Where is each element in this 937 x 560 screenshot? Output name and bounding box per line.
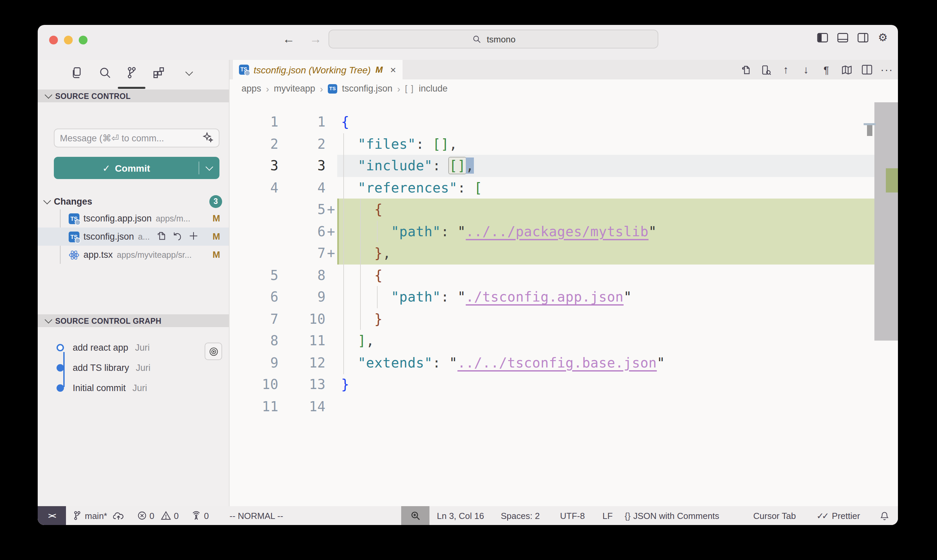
tab-title: tsconfig.json (Working Tree) bbox=[254, 64, 371, 75]
scrollbar-slider[interactable] bbox=[874, 102, 898, 341]
ports-status-item[interactable]: 0 bbox=[191, 506, 209, 525]
source-control-section-header[interactable]: SOURCE CONTROL bbox=[38, 89, 229, 102]
eol-item[interactable]: LF bbox=[602, 506, 612, 525]
toggle-whitespace-icon[interactable]: ¶ bbox=[820, 64, 832, 75]
changes-section-header[interactable]: Changes 3 bbox=[45, 194, 222, 209]
breadcrumb-include[interactable]: include bbox=[419, 83, 448, 94]
breadcrumb-tsconfig-json[interactable]: tsconfig.json bbox=[342, 83, 392, 94]
more-actions-icon[interactable]: ··· bbox=[881, 64, 892, 75]
old-line-number: 11 bbox=[229, 395, 278, 417]
nav-back-icon[interactable]: ← bbox=[283, 32, 295, 46]
new-line-number: 4 bbox=[278, 177, 326, 198]
new-line-number: 9 bbox=[278, 286, 326, 308]
code-line[interactable]: 1114 bbox=[229, 395, 898, 417]
indentation-item[interactable]: Spaces: 2 bbox=[501, 506, 540, 525]
cursor-tab-item[interactable]: Cursor Tab bbox=[753, 506, 796, 525]
source-control-graph-header[interactable]: SOURCE CONTROL GRAPH bbox=[38, 314, 229, 327]
code-text: }, bbox=[337, 242, 898, 264]
code-line[interactable]: 710 } bbox=[229, 308, 898, 330]
more-views-chevron-icon[interactable] bbox=[180, 64, 198, 82]
toggle-panel-icon[interactable] bbox=[837, 32, 848, 43]
code-text: ], bbox=[337, 330, 898, 352]
code-line[interactable]: 44 "references": [ bbox=[229, 177, 898, 198]
breadcrumb-apps[interactable]: apps bbox=[242, 83, 262, 94]
commit-button[interactable]: ✓ Commit bbox=[54, 157, 220, 179]
remote-indicator[interactable]: >< bbox=[38, 506, 66, 525]
code-line[interactable]: 33 "include": [], bbox=[229, 155, 898, 177]
commit-button-label: Commit bbox=[115, 163, 150, 173]
screenshot-stage: ← → tsmono ⚙ bbox=[0, 0, 937, 560]
encoding-item[interactable]: UTF-8 bbox=[560, 506, 585, 525]
code-line[interactable]: 811 ], bbox=[229, 330, 898, 352]
diff-editor[interactable]: 11{22 "files": [],33 "include": [],44 "r… bbox=[229, 98, 898, 506]
open-file-icon[interactable] bbox=[157, 231, 166, 243]
commit-dropdown-button[interactable] bbox=[199, 166, 220, 169]
breadcrumb-myviteapp[interactable]: myviteapp bbox=[274, 83, 315, 94]
git-modified-badge: M bbox=[213, 213, 220, 223]
tab-close-icon[interactable]: × bbox=[390, 64, 396, 75]
goto-current-history-item-button[interactable] bbox=[205, 343, 222, 360]
warnings-count: 0 bbox=[174, 511, 178, 521]
code-text: { bbox=[337, 111, 898, 133]
old-line-number bbox=[229, 242, 278, 264]
commit-row-add-ts-library[interactable]: add TS library Juri bbox=[38, 359, 229, 376]
diff-added-marker bbox=[326, 395, 337, 417]
code-line[interactable]: 69 "path": "./tsconfig.app.json" bbox=[229, 286, 898, 308]
code-line[interactable]: 1013} bbox=[229, 374, 898, 395]
split-editor-icon[interactable] bbox=[861, 64, 872, 75]
search-view-icon[interactable] bbox=[96, 64, 114, 82]
active-view-indicator bbox=[118, 87, 145, 89]
minimize-window-button[interactable] bbox=[64, 36, 73, 45]
formatter-item[interactable]: ✓✓ Prettier bbox=[817, 506, 860, 525]
language-label: JSON with Comments bbox=[633, 511, 719, 521]
code-line[interactable]: 11{ bbox=[229, 111, 898, 133]
extensions-icon[interactable] bbox=[150, 64, 168, 82]
toggle-primary-sidebar-icon[interactable] bbox=[817, 32, 828, 43]
code-line[interactable]: 7+ }, bbox=[229, 242, 898, 264]
toggle-secondary-sidebar-icon[interactable] bbox=[857, 32, 868, 43]
code-line[interactable]: 58 { bbox=[229, 264, 898, 286]
previous-change-icon[interactable]: ↑ bbox=[780, 64, 792, 75]
commit-row-initial-commit[interactable]: Initial commit Juri bbox=[38, 379, 229, 397]
vim-mode-indicator[interactable]: -- NORMAL -- bbox=[229, 506, 283, 525]
problems-status-item[interactable]: 0 0 bbox=[137, 506, 179, 525]
file-row-tsconfig-json[interactable]: TS tsconfig.json a... M bbox=[38, 228, 229, 246]
settings-gear-icon[interactable]: ⚙ bbox=[877, 32, 889, 43]
zoom-status-button[interactable] bbox=[401, 506, 429, 525]
code-line[interactable]: 22 "files": [], bbox=[229, 133, 898, 155]
code-line[interactable]: 5+ { bbox=[229, 198, 898, 220]
discard-changes-icon[interactable] bbox=[173, 231, 183, 243]
sparkle-copilot-icon[interactable] bbox=[203, 132, 213, 145]
language-mode-item[interactable]: {} JSON with Comments bbox=[625, 506, 719, 525]
commit-row-add-react-app[interactable]: add react app Juri bbox=[38, 338, 229, 356]
file-row-tsconfig-app-json[interactable]: TS tsconfig.app.json apps/m... M bbox=[38, 209, 229, 228]
nav-forward-icon[interactable]: → bbox=[310, 32, 322, 46]
title-bar: ← → tsmono ⚙ bbox=[38, 25, 898, 60]
warnings-icon bbox=[161, 511, 171, 520]
code-text: "include": [], bbox=[337, 155, 898, 177]
code-text: "path": "../../packages/mytslib" bbox=[337, 220, 898, 242]
file-row-app-tsx[interactable]: app.tsx apps/myviteapp/sr... M bbox=[38, 246, 229, 264]
code-line[interactable]: 6+ "path": "../../packages/mytslib" bbox=[229, 220, 898, 242]
source-control-view-icon[interactable] bbox=[123, 64, 141, 82]
react-file-icon bbox=[69, 249, 79, 260]
braces-icon: {} bbox=[625, 511, 630, 521]
code-line[interactable]: 912 "extends": "../../tsconfig.base.json… bbox=[229, 352, 898, 374]
stage-changes-plus-icon[interactable] bbox=[189, 231, 199, 243]
cursor-position-item[interactable]: Ln 3, Col 16 bbox=[437, 506, 484, 525]
branch-status-item[interactable]: main* bbox=[73, 506, 124, 525]
notifications-bell-item[interactable] bbox=[880, 506, 889, 525]
diff-added-marker bbox=[326, 374, 337, 395]
next-change-icon[interactable]: ↓ bbox=[800, 64, 812, 75]
commit-message-input[interactable]: Message (⌘⏎ to comm... bbox=[54, 129, 220, 148]
git-modified-badge: M bbox=[213, 250, 220, 260]
tab-tsconfig-json-working-tree[interactable]: TS tsconfig.json (Working Tree) M × bbox=[233, 60, 403, 79]
command-center-search[interactable]: tsmono bbox=[328, 29, 659, 48]
map-outline-icon[interactable] bbox=[841, 64, 852, 75]
typescript-config-file-icon: TS bbox=[69, 213, 79, 224]
maximize-window-button[interactable] bbox=[79, 36, 88, 45]
close-window-button[interactable] bbox=[49, 36, 58, 45]
inline-diff-view-icon[interactable] bbox=[760, 64, 771, 75]
open-changes-icon[interactable] bbox=[740, 64, 751, 75]
explorer-icon[interactable] bbox=[68, 64, 86, 82]
